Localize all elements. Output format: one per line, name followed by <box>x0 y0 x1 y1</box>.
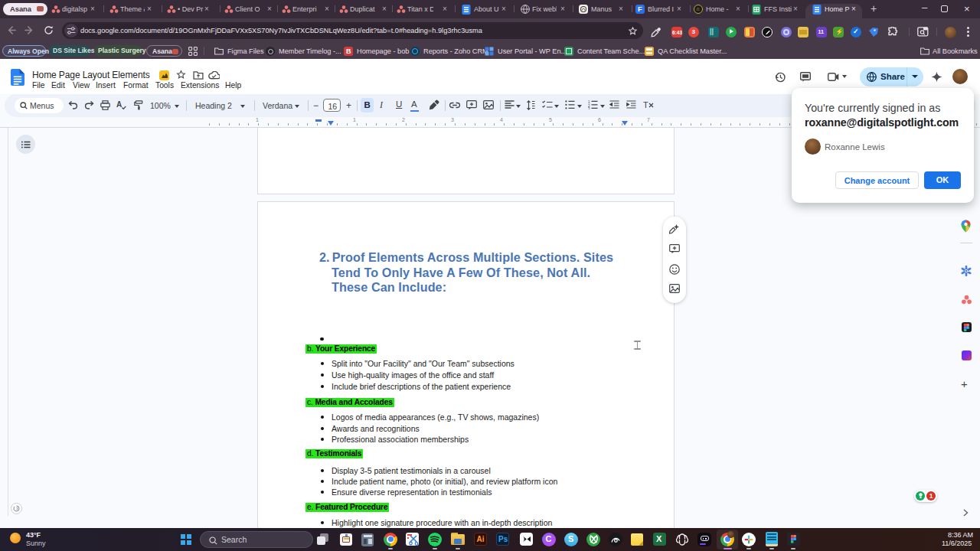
svg-text:T: T <box>643 100 648 109</box>
svg-text:A: A <box>116 100 122 109</box>
svg-text:3: 3 <box>588 107 590 110</box>
